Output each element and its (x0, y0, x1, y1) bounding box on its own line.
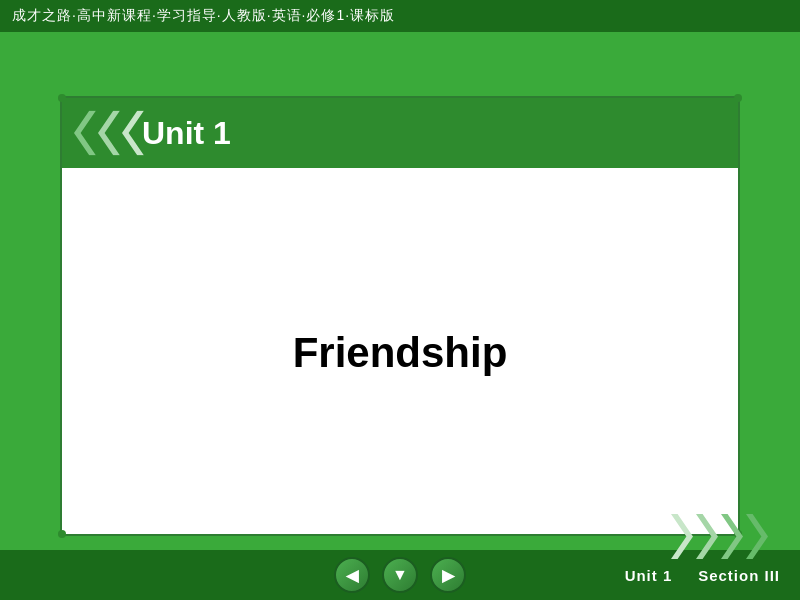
bottom-info: Unit 1 Section III (625, 567, 780, 584)
chevron-left-2 (98, 111, 120, 156)
chevron-right-4 (746, 514, 768, 559)
chevron-right-2 (696, 514, 718, 559)
chevrons-left-decoration (74, 111, 144, 156)
prev-button[interactable]: ◀ (334, 557, 370, 593)
nav-buttons: ◀ ▼ ▶ (334, 557, 466, 593)
chevron-right-1 (671, 514, 693, 559)
friendship-title: Friendship (293, 329, 508, 377)
friendship-area: Friendship (62, 168, 738, 538)
unit-title: Unit 1 (142, 115, 231, 152)
next-button[interactable]: ▶ (430, 557, 466, 593)
footer-section: Section III (698, 567, 780, 584)
footer-unit: Unit 1 (625, 567, 673, 584)
slide-container: Unit 1 Friendship (60, 96, 740, 536)
home-button[interactable]: ▼ (382, 557, 418, 593)
chevron-right-3 (721, 514, 743, 559)
chevron-left-1 (74, 111, 96, 156)
main-content: Unit 1 Friendship (0, 32, 800, 600)
unit-header-band: Unit 1 (62, 98, 738, 168)
corner-dot-bl (58, 530, 66, 538)
chevrons-right-decoration (671, 514, 768, 559)
header-bar: 成才之路·高中新课程·学习指导·人教版·英语·必修1·课标版 (0, 0, 800, 32)
header-title: 成才之路·高中新课程·学习指导·人教版·英语·必修1·课标版 (12, 7, 395, 25)
chevron-left-3 (122, 111, 144, 156)
